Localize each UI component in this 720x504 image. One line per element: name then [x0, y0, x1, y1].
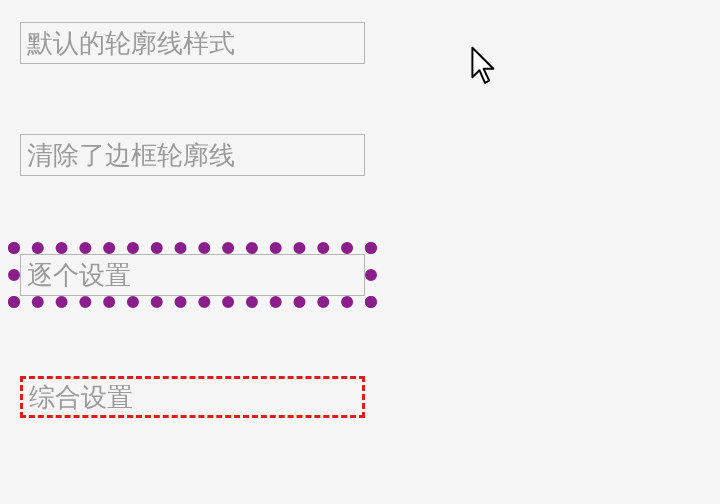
input-value: 逐个设置 [27, 258, 131, 293]
input-value: 默认的轮廓线样式 [27, 26, 235, 61]
input-default-outline[interactable]: 默认的轮廓线样式 [20, 22, 365, 64]
input-value: 综合设置 [29, 380, 133, 415]
cursor-icon [471, 46, 499, 86]
input-cleared-outline[interactable]: 清除了边框轮廓线 [20, 134, 365, 176]
input-combined-setting[interactable]: 综合设置 [20, 376, 365, 418]
input-individual-setting[interactable]: 逐个设置 [20, 254, 365, 296]
input-value: 清除了边框轮廓线 [27, 138, 235, 173]
